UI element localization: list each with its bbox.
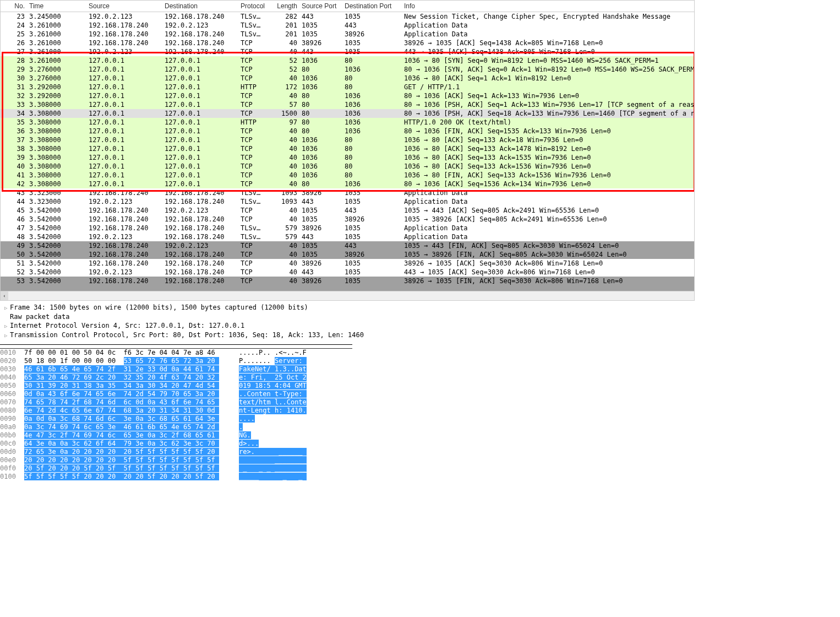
hex-row[interactable]: 0030 46 61 6b 65 4e 65 74 2f 31 2e 33 0d…: [0, 365, 352, 374]
packet-row[interactable]: 473.542000192.168.178.240192.168.178.240…: [1, 224, 694, 232]
packet-row[interactable]: 443.323000192.0.2.123192.168.178.240TLSv…: [1, 197, 694, 206]
packet-row[interactable]: 453.542000192.168.178.240192.0.2.123TCP4…: [1, 206, 694, 215]
hex-bytes[interactable]: 5f 5f 5f 5f 5f 20 20 20 20 20 5f 20 20 2…: [24, 473, 239, 481]
packet-row[interactable]: 343.308000127.0.0.1127.0.0.1TCP150080103…: [1, 109, 694, 118]
packet-list-pane[interactable]: No. Time Source Destination Protocol Len…: [0, 0, 695, 301]
packet-row[interactable]: 323.292000127.0.0.1127.0.0.1TCP408010368…: [1, 91, 694, 100]
col-header-info[interactable]: Info: [402, 1, 694, 11]
hex-bytes[interactable]: 20 5f 20 20 20 5f 20 5f 5f 5f 5f 5f 5f 5…: [24, 464, 239, 473]
hex-ascii[interactable]: ..Conten t-Type:: [239, 390, 343, 398]
hex-row[interactable]: 0060 0d 0a 43 6f 6e 74 65 6e 74 2d 54 79…: [0, 390, 352, 398]
hex-bytes[interactable]: 65 3a 20 46 72 69 2c 20 32 35 20 4f 63 7…: [24, 374, 239, 382]
packet-row[interactable]: 463.542000192.168.178.240192.168.178.240…: [1, 215, 694, 224]
packet-bytes-pane[interactable]: 0010 7f 00 00 01 00 50 04 0c f6 3c 7e 04…: [0, 348, 352, 481]
packet-row[interactable]: 313.292000127.0.0.1127.0.0.1HTTP17210368…: [1, 83, 694, 91]
horizontal-scrollbar[interactable]: ‹: [1, 291, 694, 300]
col-header-time[interactable]: Time: [27, 1, 86, 11]
hex-bytes[interactable]: 74 65 78 74 2f 68 74 6d 6c 0d 0a 43 6f 6…: [24, 398, 239, 407]
col-header-no[interactable]: No.: [1, 1, 27, 11]
hex-ascii[interactable]: .....P.. .<~..~.F: [239, 349, 343, 357]
hex-bytes[interactable]: 4e 47 3c 2f 74 69 74 6c 65 3e 0a 3c 2f 6…: [24, 431, 239, 440]
packet-row[interactable]: 293.276000127.0.0.1127.0.0.1TCP528010368…: [1, 65, 694, 74]
hex-row[interactable]: 00a0 0a 3c 74 69 74 6c 65 3e 46 61 6b 65…: [0, 423, 352, 431]
hex-bytes[interactable]: 7f 00 00 01 00 50 04 0c f6 3c 7e 04 04 7…: [24, 349, 239, 357]
packet-row[interactable]: 233.245000192.0.2.123192.168.178.240TLSv…: [1, 12, 694, 21]
col-header-dest[interactable]: Destination: [162, 1, 238, 11]
detail-tree-item[interactable]: ▷Transmission Control Protocol, Src Port…: [4, 331, 698, 340]
hex-bytes[interactable]: 0a 0d 0a 3c 68 74 6d 6c 3e 0a 3c 68 65 6…: [24, 415, 239, 423]
hex-row[interactable]: 0040 65 3a 20 46 72 69 2c 20 32 35 20 4f…: [0, 374, 352, 382]
hex-row[interactable]: 00d0 72 65 3e 0a 20 20 20 20 20 5f 5f 5f…: [0, 448, 352, 456]
packet-row[interactable]: 243.261000192.168.178.240192.0.2.123TLSv…: [1, 21, 694, 30]
hex-row[interactable]: 0050 30 31 39 20 31 38 3a 35 34 3a 30 34…: [0, 382, 352, 390]
packet-row[interactable]: 363.308000127.0.0.1127.0.0.1TCP408010368…: [1, 127, 694, 136]
packet-row[interactable]: 383.308000127.0.0.1127.0.0.1TCP401036801…: [1, 144, 694, 153]
hex-ascii[interactable]: d>...: [239, 440, 343, 448]
hex-ascii[interactable]: re>. ______: [239, 448, 343, 456]
packet-row[interactable]: 283.261000127.0.0.1127.0.0.1TCP521036801…: [1, 56, 694, 65]
packet-row[interactable]: 493.542000192.168.178.240192.0.2.123TCP4…: [1, 241, 694, 250]
hex-ascii[interactable]: . FakeNet-</span>: [239, 423, 343, 431]
packet-rows[interactable]: 233.245000192.0.2.123192.168.178.240TLSv…: [1, 12, 694, 291]
hex-bytes[interactable]: 20 20 20 20 20 20 20 20 5f 5f 5f 5f 5f 5…: [24, 456, 239, 464]
packet-row[interactable]: 373.308000127.0.0.1127.0.0.1TCP401036801…: [1, 136, 694, 144]
packet-row[interactable]: 263.261000192.168.178.240192.168.178.240…: [1, 39, 694, 47]
packet-row[interactable]: 273.261000192.0.2.123192.168.178.240TCP4…: [1, 47, 694, 56]
hex-bytes[interactable]: 46 61 6b 65 4e 65 74 2f 31 2e 33 0d 0a 4…: [24, 365, 239, 374]
packet-row[interactable]: 353.308000127.0.0.1127.0.0.1HTTP97801036…: [1, 118, 694, 127]
expand-triangle-icon[interactable]: ▷: [4, 322, 10, 331]
hex-row[interactable]: 0080 6e 74 2d 4c 65 6e 67 74 68 3a 20 31…: [0, 407, 352, 415]
detail-tree-item[interactable]: Raw packet data: [4, 312, 698, 321]
col-header-dstport[interactable]: Destination Port: [342, 1, 402, 11]
hex-row[interactable]: 00e0 20 20 20 20 20 20 20 20 5f 5f 5f 5f…: [0, 456, 352, 464]
column-headers[interactable]: No. Time Source Destination Protocol Len…: [1, 1, 694, 12]
hex-bytes[interactable]: 50 18 00 1f 00 00 00 00 53 65 72 76 65 7…: [24, 357, 239, 365]
packet-row[interactable]: 253.261000192.168.178.240192.168.178.240…: [1, 30, 694, 39]
packet-row[interactable]: 333.308000127.0.0.1127.0.0.1TCP578010368…: [1, 100, 694, 109]
expand-triangle-icon[interactable]: ▷: [4, 304, 10, 312]
packet-row[interactable]: 513.542000192.168.178.240192.168.178.240…: [1, 259, 694, 268]
packet-row[interactable]: 413.308000127.0.0.1127.0.0.1TCP401036801…: [1, 171, 694, 180]
hex-bytes[interactable]: 0a 3c 74 69 74 6c 65 3e 46 61 6b 65 4e 6…: [24, 423, 239, 431]
scroll-left-arrow-icon[interactable]: ‹: [1, 291, 8, 300]
hex-ascii[interactable]: nt-Lengt h: 1410.: [239, 407, 343, 415]
col-header-length[interactable]: Length: [270, 1, 299, 11]
hex-ascii[interactable]: e: Fri, 25 Oct 2: [239, 374, 343, 382]
hex-row[interactable]: 0010 7f 00 00 01 00 50 04 0c f6 3c 7e 04…: [0, 349, 352, 357]
packet-row[interactable]: 483.542000192.0.2.123192.168.178.240TLSv…: [1, 232, 694, 241]
packet-details-pane[interactable]: ▷Frame 34: 1500 bytes on wire (12000 bit…: [0, 301, 698, 344]
hex-bytes[interactable]: 64 3e 0a 0a 3c 62 6f 64 79 3e 0a 3c 62 3…: [24, 440, 239, 448]
hex-ascii[interactable]: 019 18:5 4:04 GMT: [239, 382, 343, 390]
col-header-source[interactable]: Source: [86, 1, 162, 11]
hex-bytes[interactable]: 72 65 3e 0a 20 20 20 20 20 5f 5f 5f 5f 5…: [24, 448, 239, 456]
hex-ascii[interactable]: NG.: [239, 431, 343, 440]
detail-tree-item[interactable]: ▷Frame 34: 1500 bytes on wire (12000 bit…: [4, 303, 698, 312]
hex-row[interactable]: 00c0 64 3e 0a 0a 3c 62 6f 64 79 3e 0a 3c…: [0, 440, 352, 448]
hex-ascii[interactable]: P....... Server:: [239, 357, 343, 365]
packet-row-partial[interactable]: [1, 285, 694, 291]
hex-row[interactable]: 0090 0a 0d 0a 3c 68 74 6d 6c 3e 0a 3c 68…: [0, 415, 352, 423]
hex-row[interactable]: 00b0 4e 47 3c 2f 74 69 74 6c 65 3e 0a 3c…: [0, 431, 352, 440]
col-header-protocol[interactable]: Protocol: [238, 1, 270, 11]
hex-row[interactable]: 0020 50 18 00 1f 00 00 00 00 53 65 72 76…: [0, 357, 352, 365]
packet-row[interactable]: 303.276000127.0.0.1127.0.0.1TCP401036801…: [1, 74, 694, 83]
hex-bytes[interactable]: 30 31 39 20 31 38 3a 35 34 3a 30 34 20 4…: [24, 382, 239, 390]
packet-row[interactable]: 533.542000192.168.178.240192.168.178.240…: [1, 277, 694, 285]
packet-row[interactable]: 523.542000192.0.2.123192.168.178.240TCP4…: [1, 268, 694, 277]
hex-ascii[interactable]: _____ _ _: [239, 473, 343, 481]
hex-row[interactable]: 0070 74 65 78 74 2f 68 74 6d 6c 0d 0a 43…: [0, 398, 352, 407]
hex-row[interactable]: 0100 5f 5f 5f 5f 5f 20 20 20 20 20 5f 20…: [0, 473, 352, 481]
hex-ascii[interactable]: text/htm l..Conte: [239, 398, 343, 407]
packet-row[interactable]: 503.542000192.168.178.240192.168.178.240…: [1, 250, 694, 259]
col-header-srcport[interactable]: Source Port: [299, 1, 342, 11]
packet-row[interactable]: 393.308000127.0.0.1127.0.0.1TCP401036801…: [1, 153, 694, 162]
hex-ascii[interactable]: FakeNet/ 1.3..Dat: [239, 365, 343, 374]
packet-row[interactable]: 433.323000192.168.178.240192.168.178.240…: [1, 188, 694, 197]
packet-row[interactable]: 423.308000127.0.0.1127.0.0.1TCP408010368…: [1, 180, 694, 188]
hex-row[interactable]: 00f0 20 5f 20 20 20 5f 20 5f 5f 5f 5f 5f…: [0, 464, 352, 473]
hex-ascii[interactable]: ....: [239, 415, 343, 423]
hex-bytes[interactable]: 6e 74 2d 4c 65 6e 67 74 68 3a 20 31 34 3…: [24, 407, 239, 415]
hex-ascii[interactable]: ________: [239, 456, 343, 464]
hex-ascii[interactable]: _ _ _ ________: [239, 464, 343, 473]
packet-row[interactable]: 403.308000127.0.0.1127.0.0.1TCP401036801…: [1, 162, 694, 171]
